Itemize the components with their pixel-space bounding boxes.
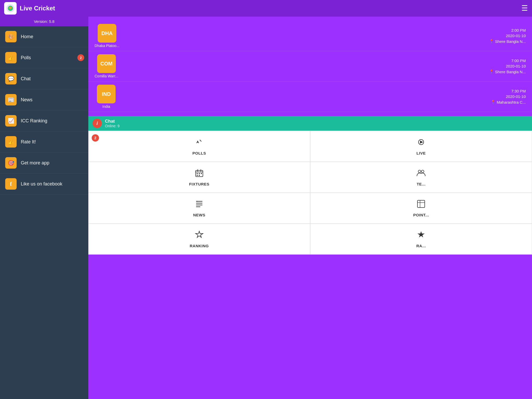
location-icon: 📍	[489, 39, 494, 44]
match-info-1: 7:00 PM 2020-01-10 📍 Shere Bangla N...	[118, 58, 526, 74]
chat-icon: 💬	[5, 73, 17, 84]
match-row[interactable]: COM Comilla Warr... 7:00 PM 2020-01-10 📍…	[88, 51, 532, 82]
hamburger-icon[interactable]: ☰	[521, 5, 528, 12]
grid-item-ranking[interactable]: RANKING	[88, 224, 310, 255]
chat-bar[interactable]: i Chat Online: 9	[88, 116, 532, 131]
grid-label-polls: POLLS	[192, 151, 206, 155]
svg-marker-5	[420, 141, 423, 144]
app-title: Live Cricket	[20, 5, 55, 12]
match-date-0: 2020-01-10	[506, 34, 526, 38]
sidebar-version: Version: 5.8	[0, 17, 88, 26]
chat-info-icon: i	[92, 119, 102, 128]
match-info-2: 7:30 PM 2020-01-10 📍 Maharashtra C...	[118, 89, 526, 104]
ranking-grid-icon	[195, 230, 204, 242]
match-time-1: 7:00 PM	[511, 58, 526, 63]
grid-item-news[interactable]: NEWS	[88, 193, 310, 224]
match-venue-1: 📍 Shere Bangla N...	[489, 69, 526, 74]
grid-item-live[interactable]: LIVE	[310, 131, 532, 162]
team-name-ind: India	[102, 104, 110, 109]
teams-grid-icon	[416, 168, 426, 180]
team-col-dha: DHA Dhaka Platoo...	[95, 24, 119, 48]
sidebar-label-home: Home	[21, 34, 33, 39]
live-grid-icon	[416, 137, 426, 149]
grid-polls-badge: 2	[92, 134, 99, 142]
match-time-0: 2:00 PM	[511, 28, 526, 32]
home-icon: 🎨	[5, 31, 17, 42]
match-row[interactable]: IND India 7:30 PM 2020-01-10 📍 Maharasht…	[88, 82, 532, 112]
sidebar-label-rate-it: Rate It!	[21, 139, 36, 145]
sidebar-label-icc-ranking: ICC Ranking	[21, 118, 47, 124]
match-date-2: 2020-01-10	[506, 94, 526, 99]
news-grid-icon	[195, 199, 204, 211]
grid-item-polls[interactable]: 2 POLLS	[88, 131, 310, 162]
sidebar-item-facebook[interactable]: f Like us on facebook	[0, 174, 88, 195]
match-info-0: 2:00 PM 2020-01-10 📍 Shere Bangla N...	[119, 28, 526, 44]
sidebar-label-news: News	[21, 97, 32, 103]
grid-menu: 2 POLLS	[88, 131, 532, 255]
sidebar: Version: 5.8 🎨 Home 👍 Polls 2 💬 Chat 📰 N…	[0, 17, 88, 399]
grid-label-fixtures: FIXTURES	[189, 182, 209, 186]
team-name-com: Comilla Warr...	[95, 74, 118, 78]
location-icon: 📍	[489, 69, 494, 74]
sidebar-item-get-more-app[interactable]: 🎯 Get more app	[0, 152, 88, 174]
fixtures-grid-icon	[195, 168, 204, 180]
sidebar-item-home[interactable]: 🎨 Home	[0, 26, 88, 47]
chat-bar-online: Online: 9	[105, 124, 119, 128]
svg-rect-12	[201, 173, 202, 174]
rate-icon: 👍	[5, 136, 17, 148]
match-venue-0: 📍 Shere Bangla N...	[489, 39, 526, 44]
polls-icon: 👍	[5, 52, 17, 63]
grid-label-ra: RA...	[416, 244, 426, 248]
main-content: DHA Dhaka Platoo... 2:00 PM 2020-01-10 📍…	[88, 17, 532, 399]
sidebar-item-chat[interactable]: 💬 Chat	[0, 68, 88, 89]
grid-label-live: LIVE	[416, 151, 425, 155]
icc-ranking-icon: 📈	[5, 115, 17, 127]
svg-rect-13	[197, 175, 198, 176]
location-icon: 📍	[491, 100, 496, 104]
team-badge-ind: IND	[97, 85, 116, 103]
match-time-2: 7:30 PM	[511, 89, 526, 93]
polls-badge: 2	[77, 54, 84, 61]
match-venue-2: 📍 Maharashtra C...	[491, 100, 526, 104]
sidebar-label-facebook: Like us on facebook	[21, 181, 62, 187]
team-col-ind: IND India	[95, 85, 118, 109]
sidebar-label-chat: Chat	[21, 76, 31, 82]
sidebar-item-news[interactable]: 📰 News	[0, 89, 88, 110]
main-layout: Version: 5.8 🎨 Home 👍 Polls 2 💬 Chat 📰 N…	[0, 17, 532, 399]
header-left: Live Cricket	[4, 2, 55, 15]
grid-item-fixtures[interactable]: FIXTURES	[88, 162, 310, 193]
grid-item-ra[interactable]: RA...	[310, 224, 532, 255]
sidebar-label-get-more-app: Get more app	[21, 160, 49, 166]
sidebar-item-rate-it[interactable]: 👍 Rate It!	[0, 131, 88, 152]
team-badge-com: COM	[97, 54, 116, 73]
grid-label-news: NEWS	[193, 213, 205, 217]
sidebar-label-polls: Polls	[21, 55, 31, 61]
grid-label-points: POINT...	[413, 213, 429, 217]
team-badge-dha: DHA	[98, 24, 116, 43]
grid-label-ranking: RANKING	[190, 244, 209, 248]
matches-area: DHA Dhaka Platoo... 2:00 PM 2020-01-10 📍…	[88, 17, 532, 116]
match-date-1: 2020-01-10	[506, 64, 526, 68]
top-header: Live Cricket ☰	[0, 0, 532, 17]
svg-rect-10	[197, 173, 198, 174]
get-more-icon: 🎯	[5, 157, 17, 169]
grid-item-teams[interactable]: TE...	[310, 162, 532, 193]
facebook-icon: f	[5, 178, 17, 190]
svg-point-3	[10, 8, 11, 9]
grid-item-points[interactable]: POINT...	[310, 193, 532, 224]
sidebar-item-icc-ranking[interactable]: 📈 ICC Ranking	[0, 110, 88, 131]
svg-rect-14	[199, 175, 200, 176]
sidebar-item-polls[interactable]: 👍 Polls 2	[0, 47, 88, 68]
team-name-dha: Dhaka Platoo...	[95, 44, 119, 48]
grid-label-teams: TE...	[417, 182, 425, 186]
ra-grid-icon	[416, 230, 426, 242]
chat-bar-text: Chat Online: 9	[105, 119, 119, 128]
match-row[interactable]: DHA Dhaka Platoo... 2:00 PM 2020-01-10 📍…	[88, 21, 532, 51]
points-grid-icon	[416, 199, 426, 211]
svg-point-15	[418, 170, 421, 173]
team-col-com: COM Comilla Warr...	[95, 54, 118, 78]
chat-bar-title: Chat	[105, 119, 119, 124]
svg-point-16	[421, 170, 424, 173]
app-logo	[4, 2, 17, 15]
svg-rect-22	[417, 200, 425, 208]
